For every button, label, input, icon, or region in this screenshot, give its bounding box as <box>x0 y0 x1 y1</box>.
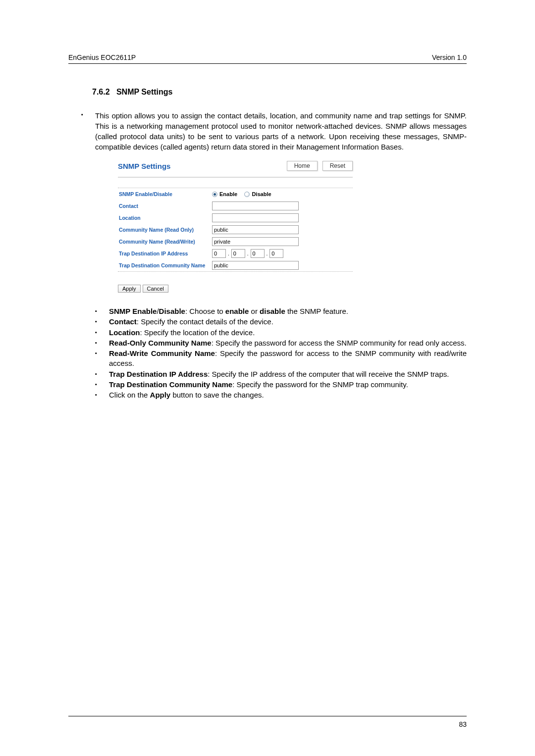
field-label-community-ro: Community Name (Read Only) <box>118 227 212 233</box>
trap-community-input[interactable] <box>212 261 299 270</box>
list-item: Trap Destination IP Address: Specify the… <box>95 369 467 379</box>
field-label-community-rw: Community Name (Read/Write) <box>118 239 212 245</box>
list-item: Click on the Apply button to save the ch… <box>95 390 467 400</box>
settings-table: SNMP Enable/Disable Enable Disable Conta… <box>118 188 353 272</box>
list-item: Location: Specify the location of the de… <box>95 328 467 338</box>
section-heading: 7.6.2 SNMP Settings <box>92 88 467 97</box>
field-label-trap-ip: Trap Destination IP Address <box>118 251 212 256</box>
panel-title: SNMP Settings <box>118 162 170 170</box>
ip-dot: . <box>266 251 268 256</box>
apply-button[interactable]: Apply <box>118 285 141 293</box>
description-list: SNMP Enable/Disable: Choose to enable or… <box>95 306 467 400</box>
trap-ip-oct2[interactable] <box>231 249 245 258</box>
field-label-location: Location <box>118 215 212 221</box>
list-item: Read-Only Community Name: Specify the pa… <box>95 338 467 348</box>
ip-dot: . <box>227 251 230 256</box>
field-label-trap-community: Trap Destination Community Name <box>118 262 212 268</box>
location-input[interactable] <box>212 213 299 222</box>
panel-header: SNMP Settings Home Reset <box>118 161 353 178</box>
snmp-settings-panel: SNMP Settings Home Reset SNMP Enable/Dis… <box>118 161 353 293</box>
section-title: SNMP Settings <box>116 88 173 96</box>
community-ro-input[interactable] <box>212 225 299 234</box>
section-number: 7.6.2 <box>92 88 110 96</box>
radio-disable[interactable] <box>244 192 250 197</box>
list-item: SNMP Enable/Disable: Choose to enable or… <box>95 306 467 316</box>
intro-paragraph: This option allows you to assign the con… <box>81 110 467 152</box>
ip-dot: . <box>247 251 249 256</box>
reset-button[interactable]: Reset <box>322 161 353 171</box>
trap-ip-oct3[interactable] <box>251 249 265 258</box>
field-label-enable: SNMP Enable/Disable <box>118 191 212 197</box>
trap-ip-oct4[interactable] <box>269 249 283 258</box>
page-number: 83 <box>459 720 467 728</box>
radio-disable-label: Disable <box>252 191 271 197</box>
list-item: Contact: Specify the contact details of … <box>95 317 467 327</box>
list-item: Read-Write Community Name: Specify the p… <box>95 349 467 369</box>
field-label-contact: Contact <box>118 203 212 209</box>
list-item: Trap Destination Community Name: Specify… <box>95 380 467 390</box>
header-right: Version 1.0 <box>432 53 467 61</box>
contact-input[interactable] <box>212 202 299 210</box>
page-footer: 83 <box>68 716 467 728</box>
cancel-button[interactable]: Cancel <box>143 285 168 293</box>
page-header: EnGenius EOC2611P Version 1.0 <box>68 53 467 64</box>
trap-ip-oct1[interactable] <box>212 249 226 258</box>
radio-enable[interactable] <box>212 192 217 197</box>
header-left: EnGenius EOC2611P <box>68 53 136 61</box>
community-rw-input[interactable] <box>212 237 299 246</box>
home-button[interactable]: Home <box>287 161 318 171</box>
radio-enable-label: Enable <box>219 191 237 197</box>
